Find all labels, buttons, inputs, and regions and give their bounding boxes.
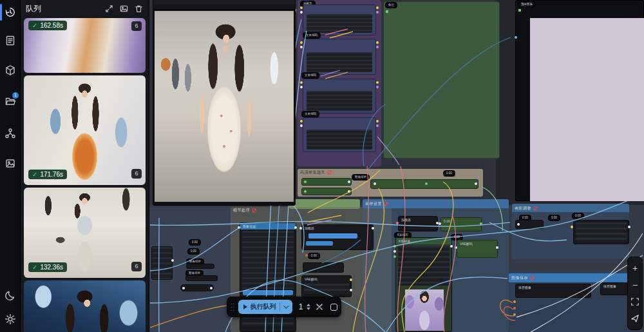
node-collapsed[interactable]: 文本编码 xyxy=(301,72,319,79)
small-node[interactable]: 0.00 xyxy=(440,217,482,231)
batch-count-value[interactable]: 1 xyxy=(296,302,303,311)
collapsed-node[interactable] xyxy=(301,188,352,195)
port[interactable] xyxy=(300,41,303,44)
clear-queue-button[interactable] xyxy=(314,302,324,312)
small-node[interactable]: 加载器 xyxy=(398,216,438,231)
prompt-node[interactable] xyxy=(303,39,376,75)
small-node[interactable] xyxy=(573,220,629,244)
collapsed-node[interactable] xyxy=(185,275,218,281)
collapsed-node[interactable] xyxy=(303,262,344,273)
port[interactable] xyxy=(300,81,303,84)
small-node[interactable]: VAE解码 xyxy=(457,240,498,258)
port[interactable] xyxy=(376,86,379,88)
queue-item[interactable]: ✓ 171.76s 6 xyxy=(24,75,146,185)
node-header[interactable]: VAE解码 xyxy=(302,276,351,282)
port[interactable] xyxy=(210,287,213,289)
widget-rows[interactable] xyxy=(304,284,349,294)
port[interactable] xyxy=(305,254,308,257)
port[interactable] xyxy=(376,120,379,122)
port[interactable] xyxy=(350,289,352,291)
node-collapsed[interactable]: 备注 xyxy=(385,2,397,8)
expand-panel-button[interactable] xyxy=(104,4,114,14)
sidebar-item-workflows[interactable]: 1 xyxy=(0,92,21,111)
port[interactable] xyxy=(513,307,516,309)
step-up-icon[interactable] xyxy=(307,304,310,306)
port[interactable] xyxy=(300,6,303,9)
prompt-text[interactable] xyxy=(307,130,372,150)
node-header[interactable]: 0.00 xyxy=(441,218,481,224)
node-header[interactable]: VAE解码 xyxy=(457,240,497,247)
widget-rows[interactable] xyxy=(398,246,450,286)
port[interactable] xyxy=(513,300,516,303)
collapsed-node[interactable] xyxy=(180,284,214,291)
drag-handle-icon[interactable] xyxy=(231,302,234,311)
port[interactable] xyxy=(571,226,573,228)
port[interactable] xyxy=(475,182,477,185)
port[interactable] xyxy=(480,222,482,225)
widget-rows[interactable] xyxy=(576,222,627,242)
port[interactable] xyxy=(376,46,379,48)
port[interactable] xyxy=(300,124,303,127)
port[interactable] xyxy=(350,278,352,281)
widget-button[interactable] xyxy=(243,290,293,295)
port[interactable] xyxy=(294,226,297,229)
step-down-icon[interactable] xyxy=(307,308,310,310)
port[interactable] xyxy=(376,11,379,14)
prompt-node[interactable] xyxy=(303,79,376,113)
fit-view-button[interactable] xyxy=(629,295,641,308)
prompt-text[interactable] xyxy=(307,14,372,33)
node-header[interactable]: 加载器 xyxy=(302,225,373,231)
port[interactable] xyxy=(450,245,453,248)
port[interactable] xyxy=(393,255,396,258)
port[interactable] xyxy=(304,181,307,183)
group-header[interactable]: 采样设置 xyxy=(363,199,509,208)
bypass-icon[interactable] xyxy=(252,208,256,213)
group-header[interactable]: 色彩调整 xyxy=(512,204,629,212)
sidebar-item-node-map[interactable] xyxy=(0,124,21,143)
sidebar-item-node-library[interactable] xyxy=(0,31,21,50)
collapsed-node[interactable] xyxy=(301,178,352,186)
sidebar-item-theme-toggle[interactable] xyxy=(0,286,21,306)
node-header[interactable]: 保存图像 xyxy=(516,284,591,291)
port[interactable] xyxy=(376,81,379,84)
zoom-out-button[interactable]: − xyxy=(629,278,641,291)
preview-node-right[interactable]: 预览图像 xyxy=(515,0,644,201)
collapsed-node[interactable] xyxy=(186,264,214,269)
port[interactable] xyxy=(376,124,379,127)
gallery-view-button[interactable] xyxy=(119,4,129,14)
port[interactable] xyxy=(515,36,517,39)
progress-node[interactable]: 加载器 xyxy=(301,224,374,250)
port[interactable] xyxy=(348,190,350,193)
port[interactable] xyxy=(299,227,302,229)
clear-history-button[interactable] xyxy=(134,4,144,14)
prompt-node[interactable] xyxy=(303,117,376,152)
node-collapsed[interactable]: 图像缩放 xyxy=(352,174,370,181)
port[interactable] xyxy=(496,246,498,249)
port[interactable] xyxy=(171,259,174,262)
port[interactable] xyxy=(238,226,240,229)
port[interactable] xyxy=(439,222,441,225)
port[interactable] xyxy=(300,11,303,14)
node-collapsed[interactable]: 0.00 xyxy=(187,248,200,255)
group-header[interactable]: 图像保存 xyxy=(509,273,632,282)
node-header[interactable] xyxy=(153,0,295,10)
prompt-text[interactable] xyxy=(307,91,372,111)
sidebar-item-settings[interactable] xyxy=(0,309,21,329)
node-header[interactable]: 加载器 xyxy=(399,217,437,223)
sidebar-item-queue-history[interactable] xyxy=(0,3,21,22)
port[interactable] xyxy=(386,10,388,13)
node-collapsed[interactable]: 0.00 xyxy=(548,215,560,221)
node-collapsed[interactable]: 预览图像 xyxy=(518,1,536,8)
prompt-text[interactable] xyxy=(307,52,372,72)
bypass-icon[interactable] xyxy=(327,170,332,175)
node-collapsed[interactable]: 0.00 xyxy=(308,253,320,259)
port[interactable] xyxy=(628,226,630,228)
port[interactable] xyxy=(304,190,307,193)
zoom-in-button[interactable]: + xyxy=(629,262,641,275)
port[interactable] xyxy=(374,182,376,185)
bypass-icon[interactable] xyxy=(530,276,535,280)
port[interactable] xyxy=(518,9,521,12)
sidebar-item-model-library[interactable] xyxy=(0,61,21,80)
prompt-node[interactable] xyxy=(303,5,376,35)
widget-rows[interactable] xyxy=(242,231,294,289)
